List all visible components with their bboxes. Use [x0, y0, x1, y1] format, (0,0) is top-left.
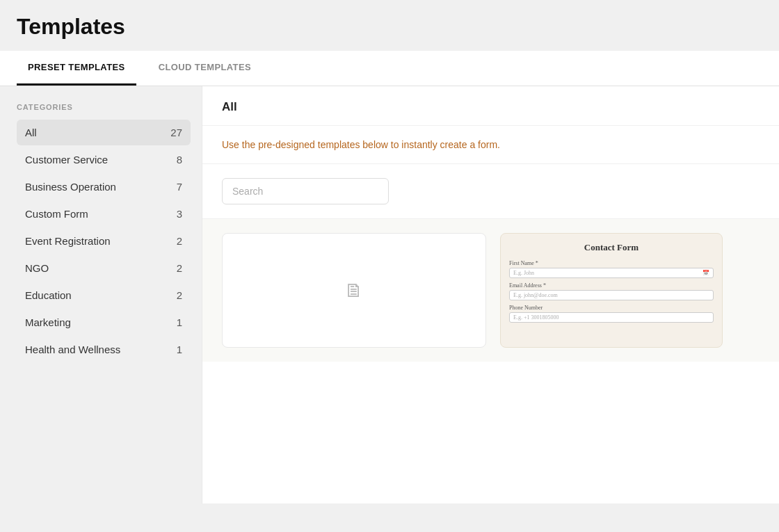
cf-field-email: Email Address * E.g. john@doe.com [509, 282, 714, 300]
page-header: Templates [0, 0, 779, 51]
sidebar-item-customer-service[interactable]: Customer Service 8 [17, 147, 191, 172]
search-input[interactable] [222, 178, 389, 204]
main-panel: All Use the pre-designed templates below… [202, 86, 779, 503]
content-area: CATEGORIES All 27 Customer Service 8 Bus… [0, 86, 779, 503]
sidebar-item-marketing[interactable]: Marketing 1 [17, 309, 191, 335]
sidebar-item-business-operation[interactable]: Business Operation 7 [17, 174, 191, 200]
template-card-blank[interactable]: 🗎 [222, 233, 486, 348]
document-icon: 🗎 [344, 279, 364, 302]
cf-field-firstname: First Name * E.g. John 📅 [509, 260, 714, 278]
templates-grid: 🗎 Contact Form First Name * E.g. John 📅 … [202, 219, 779, 362]
contact-form-title: Contact Form [509, 242, 714, 253]
tab-preset-templates[interactable]: PRESET TEMPLATES [17, 51, 136, 86]
sidebar-item-health-and-wellness[interactable]: Health and Wellness 1 [17, 337, 191, 362]
sidebar-item-ngo[interactable]: NGO 2 [17, 255, 191, 281]
contact-form-preview: Contact Form First Name * E.g. John 📅 Em… [509, 242, 714, 323]
description-bar: Use the pre-designed templates below to … [202, 126, 779, 164]
sidebar-item-event-registration[interactable]: Event Registration 2 [17, 228, 191, 254]
sidebar-item-education[interactable]: Education 2 [17, 282, 191, 308]
template-card-contact-form[interactable]: Contact Form First Name * E.g. John 📅 Em… [500, 233, 723, 348]
categories-label: CATEGORIES [17, 103, 191, 111]
tab-cloud-templates[interactable]: CLOUD TEMPLATES [147, 51, 262, 86]
main-header: All [202, 86, 779, 126]
sidebar-item-custom-form[interactable]: Custom Form 3 [17, 201, 191, 227]
description-text: Use the pre-designed templates below to … [222, 139, 500, 150]
sidebar-item-all[interactable]: All 27 [17, 120, 191, 145]
search-bar [202, 164, 779, 219]
cf-field-phone: Phone Number E.g. +1 3001805000 [509, 305, 714, 323]
page-title: Templates [17, 14, 762, 40]
sidebar: CATEGORIES All 27 Customer Service 8 Bus… [0, 86, 202, 503]
tabs-container: PRESET TEMPLATES CLOUD TEMPLATES [0, 51, 779, 86]
section-title: All [222, 100, 237, 113]
